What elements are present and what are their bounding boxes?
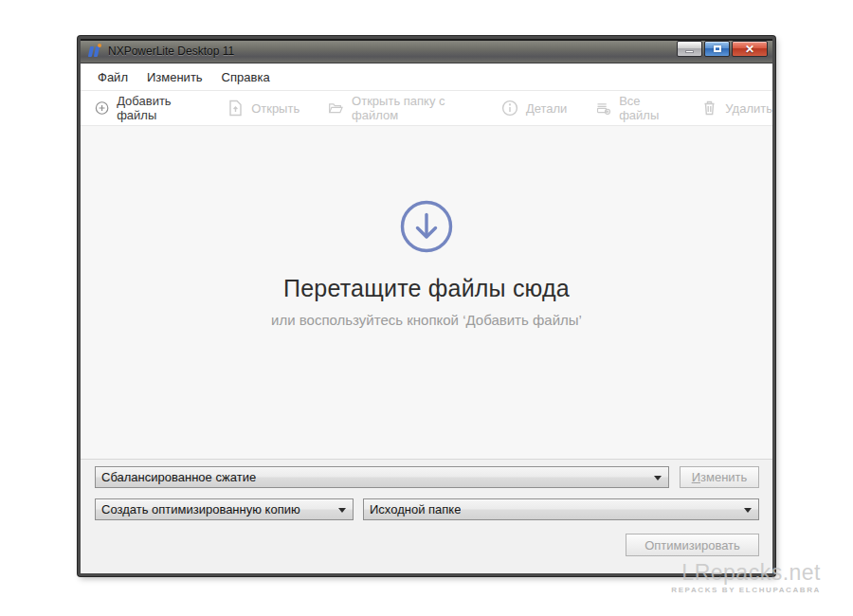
- menu-help[interactable]: Справка: [212, 66, 280, 88]
- title-bar: NXPowerLite Desktop 11 ✕: [81, 39, 772, 63]
- toolbar-open-button[interactable]: Открыть: [227, 100, 299, 117]
- toolbar-item-label: Все файлы: [619, 94, 673, 122]
- toolbar-details-button[interactable]: Детали: [501, 100, 568, 117]
- toolbar-add-files-button[interactable]: Добавить файлы: [95, 94, 199, 122]
- chevron-down-icon: [744, 508, 752, 513]
- destination-folder-value: Исходной папке: [364, 502, 461, 516]
- toolbar-item-label: Открыть: [251, 101, 299, 116]
- watermark-line2: REPACKS BY ELCHUPACABRA: [671, 586, 821, 594]
- close-icon: ✕: [745, 44, 754, 55]
- menu-bar: Файл Изменить Справка: [81, 63, 772, 91]
- window-title: NXPowerLite Desktop 11: [108, 45, 234, 58]
- maximize-icon: [714, 45, 721, 52]
- maximize-button[interactable]: [704, 41, 730, 57]
- minimize-button[interactable]: [677, 41, 702, 57]
- open-folder-icon: [328, 100, 344, 117]
- destination-folder-select[interactable]: Исходной папке: [363, 498, 759, 520]
- toolbar-open-folder-button[interactable]: Открыть папку с файлом: [328, 94, 473, 122]
- toolbar-item-label: Добавить файлы: [117, 94, 199, 122]
- drop-zone[interactable]: Перетащите файлы сюда или воспользуйтесь…: [81, 126, 772, 459]
- toolbar-item-label: Детали: [526, 101, 568, 116]
- toolbar-delete-button[interactable]: Удалить: [701, 100, 772, 117]
- dropzone-subtitle: или воспользуйтесь кнопкой ‘Добавить фай…: [271, 312, 582, 328]
- add-circle-icon: [95, 100, 109, 117]
- menu-file[interactable]: Файл: [88, 66, 137, 88]
- all-files-icon: [595, 100, 611, 117]
- nxpowerlite-app-icon: [87, 44, 102, 59]
- download-arrow-circle-icon: [399, 199, 454, 254]
- compression-profile-value: Сбалансированное сжатие: [96, 470, 256, 484]
- toolbar-item-label: Открыть папку с файлом: [352, 94, 473, 122]
- toolbar: Добавить файлы Открыть Открыть папку с ф…: [81, 91, 772, 126]
- dropzone-title: Перетащите файлы сюда: [283, 275, 570, 302]
- info-circle-icon: [501, 100, 518, 117]
- chevron-down-icon: [338, 508, 346, 513]
- app-window: NXPowerLite Desktop 11 ✕ Файл Изменить С…: [78, 36, 775, 576]
- chevron-down-icon: [654, 476, 662, 480]
- optimize-action-value: Создать оптимизированную копию: [96, 502, 300, 516]
- close-button[interactable]: ✕: [732, 41, 768, 57]
- compression-profile-select[interactable]: Сбалансированное сжатие: [95, 466, 669, 488]
- toolbar-all-files-button[interactable]: Все файлы: [595, 94, 673, 122]
- optimize-button[interactable]: Оптимизировать: [626, 534, 759, 556]
- settings-panel: Сбалансированное сжатие Изменить Создать…: [81, 459, 772, 573]
- toolbar-item-label: Удалить: [725, 101, 772, 116]
- minimize-icon: [685, 50, 694, 53]
- edit-profile-button[interactable]: Изменить: [680, 466, 759, 488]
- optimize-action-select[interactable]: Создать оптимизированную копию: [95, 498, 354, 520]
- trash-icon: [701, 100, 717, 117]
- menu-edit[interactable]: Изменить: [137, 66, 212, 88]
- open-file-icon: [227, 100, 244, 117]
